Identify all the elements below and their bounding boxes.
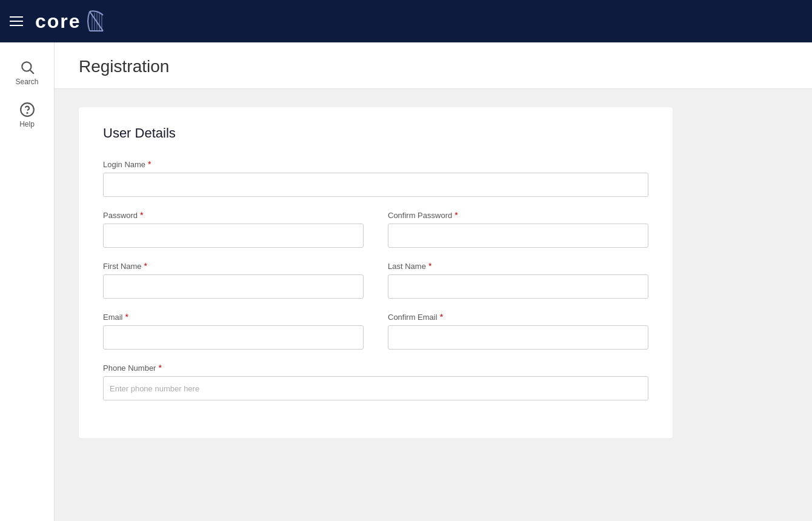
confirm-password-group: Confirm Password *: [388, 210, 648, 248]
login-name-input[interactable]: [103, 173, 648, 197]
login-name-label: Login Name *: [103, 159, 648, 169]
email-label: Email *: [103, 312, 364, 322]
phone-number-label: Phone Number *: [103, 363, 648, 373]
phone-required: *: [158, 363, 161, 373]
content-area: User Details Login Name * Password *: [55, 89, 812, 456]
main-content: Registration User Details Login Name *: [55, 42, 812, 521]
page-title: Registration: [79, 57, 788, 76]
menu-button[interactable]: [10, 16, 23, 26]
email-required: *: [125, 312, 128, 322]
first-name-required: *: [144, 261, 147, 271]
first-name-input[interactable]: [103, 274, 364, 299]
phone-number-input[interactable]: [103, 376, 648, 400]
first-name-label: First Name *: [103, 261, 364, 271]
password-input[interactable]: [103, 224, 364, 248]
confirm-password-input[interactable]: [388, 224, 648, 248]
password-row: Password * Confirm Password *: [103, 210, 648, 248]
last-name-required: *: [428, 261, 431, 271]
svg-point-5: [22, 62, 31, 71]
sidebar-item-search[interactable]: Search: [0, 55, 54, 91]
confirm-password-required: *: [454, 210, 458, 220]
last-name-group: Last Name *: [388, 261, 648, 299]
password-group: Password *: [103, 210, 364, 248]
name-row: First Name * Last Name *: [103, 261, 648, 299]
sidebar: Search Help: [0, 42, 55, 521]
password-label: Password *: [103, 210, 364, 220]
email-group: Email *: [103, 312, 364, 350]
phone-number-group: Phone Number *: [103, 363, 648, 400]
svg-line-6: [30, 70, 33, 74]
help-icon: [19, 102, 35, 118]
form-card: User Details Login Name * Password *: [79, 107, 673, 438]
sidebar-item-help[interactable]: Help: [0, 97, 54, 133]
email-input[interactable]: [103, 325, 364, 350]
sidebar-help-label: Help: [19, 120, 35, 128]
sidebar-search-label: Search: [15, 78, 38, 86]
confirm-email-label: Confirm Email *: [388, 312, 648, 322]
layout: Search Help Registration User Details Lo…: [0, 42, 812, 521]
email-row: Email * Confirm Email *: [103, 312, 648, 350]
first-name-group: First Name *: [103, 261, 364, 299]
confirm-email-required: *: [440, 312, 443, 322]
section-title: User Details: [103, 125, 648, 141]
header: core: [0, 0, 812, 42]
confirm-email-input[interactable]: [388, 325, 648, 350]
password-required: *: [140, 210, 143, 220]
page-title-bar: Registration: [55, 42, 812, 89]
login-name-required: *: [148, 159, 151, 169]
svg-point-8: [27, 113, 27, 113]
confirm-email-group: Confirm Email *: [388, 312, 648, 350]
last-name-input[interactable]: [388, 274, 648, 299]
logo: core: [35, 10, 105, 33]
last-name-label: Last Name *: [388, 261, 648, 271]
search-icon: [19, 59, 35, 75]
login-name-group: Login Name *: [103, 159, 648, 197]
harp-icon: [87, 10, 105, 32]
confirm-password-label: Confirm Password *: [388, 210, 648, 220]
logo-text: core: [35, 10, 81, 33]
